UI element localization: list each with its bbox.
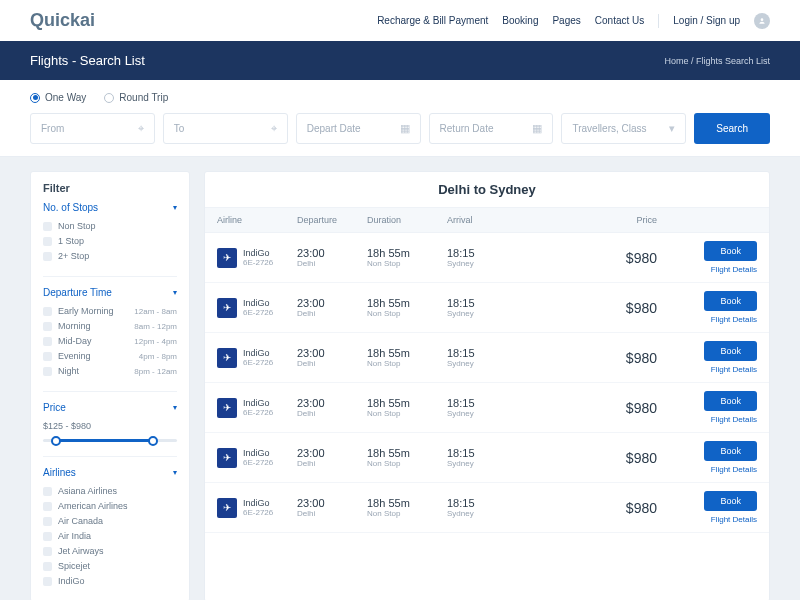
airline-logo-icon: ✈ [217,248,237,268]
price: $980 [517,500,677,516]
arrival-time: 18:15 [447,297,517,309]
from-input[interactable]: From⌖ [30,113,155,144]
book-button[interactable]: Book [704,491,757,511]
filter-dep-opt[interactable]: Morning8am - 12pm [43,321,177,331]
book-button[interactable]: Book [704,291,757,311]
chevron-down-icon: ▾ [173,468,177,477]
airline-logo-icon: ✈ [217,298,237,318]
departure-city: Delhi [297,359,367,368]
nav-pages[interactable]: Pages [552,15,580,26]
login-link[interactable]: Login / Sign up [673,15,740,26]
flight-details-link[interactable]: Flight Details [711,515,757,524]
price: $980 [517,450,677,466]
price: $980 [517,400,677,416]
flight-code: 6E-2726 [243,508,273,517]
search-button[interactable]: Search [694,113,770,144]
filter-dep-opt[interactable]: Night8pm - 12am [43,366,177,376]
filter-dep-opt[interactable]: Mid-Day12pm - 4pm [43,336,177,346]
duration: 18h 55m [367,347,447,359]
duration: 18h 55m [367,447,447,459]
page-title: Flights - Search List [30,53,145,68]
book-button[interactable]: Book [704,341,757,361]
flight-row: ✈IndiGo6E-272623:00Delhi18h 55mNon Stop1… [205,283,769,333]
departure-city: Delhi [297,509,367,518]
nav-contact[interactable]: Contact Us [595,15,644,26]
filter-dep-opt[interactable]: Early Morning12am - 8am [43,306,177,316]
stops: Non Stop [367,359,447,368]
return-date-input[interactable]: Return Date▦ [429,113,554,144]
flight-details-link[interactable]: Flight Details [711,315,757,324]
airline-logo-icon: ✈ [217,498,237,518]
calendar-icon: ▦ [400,122,410,135]
filter-stops-opt[interactable]: Non Stop [43,221,177,231]
departure-time: 23:00 [297,347,367,359]
filter-air-opt[interactable]: Air India [43,531,177,541]
filter-dep-opt[interactable]: Evening4pm - 8pm [43,351,177,361]
col-departure: Departure [297,215,367,225]
depart-date-input[interactable]: Depart Date▦ [296,113,421,144]
filter-dep-toggle[interactable]: Departure Time▾ [43,287,177,298]
arrival-city: Sydney [447,509,517,518]
arrival-city: Sydney [447,459,517,468]
radio-roundtrip[interactable]: Round Trip [104,92,168,103]
departure-city: Delhi [297,409,367,418]
book-button[interactable]: Book [704,241,757,261]
price: $980 [517,350,677,366]
avatar-icon[interactable] [754,13,770,29]
duration: 18h 55m [367,247,447,259]
filter-stops-opt[interactable]: 2+ Stop [43,251,177,261]
filter-air-opt[interactable]: Jet Airways [43,546,177,556]
stops: Non Stop [367,459,447,468]
flight-details-link[interactable]: Flight Details [711,365,757,374]
flight-row: ✈IndiGo6E-272623:00Delhi18h 55mNon Stop1… [205,383,769,433]
arrival-city: Sydney [447,309,517,318]
filter-airlines-toggle[interactable]: Airlines▾ [43,467,177,478]
arrival-city: Sydney [447,259,517,268]
departure-city: Delhi [297,309,367,318]
book-button[interactable]: Book [704,391,757,411]
pin-icon: ⌖ [271,122,277,135]
travellers-input[interactable]: Travellers, Class▾ [561,113,686,144]
arrival-time: 18:15 [447,347,517,359]
airline-name: IndiGo [243,298,273,308]
chevron-down-icon: ▾ [669,122,675,135]
flight-details-link[interactable]: Flight Details [711,465,757,474]
col-price: Price [517,215,677,225]
svg-point-0 [761,18,764,21]
flight-code: 6E-2726 [243,308,273,317]
filter-air-opt[interactable]: IndiGo [43,576,177,586]
filter-air-opt[interactable]: Asiana Airlines [43,486,177,496]
filter-stops-toggle[interactable]: No. of Stops▾ [43,202,177,213]
to-input[interactable]: To⌖ [163,113,288,144]
airline-name: IndiGo [243,398,273,408]
duration: 18h 55m [367,397,447,409]
price-slider[interactable] [43,439,177,442]
breadcrumb-current: Flights Search List [696,56,770,66]
stops: Non Stop [367,509,447,518]
col-arrival: Arrival [447,215,517,225]
airline-name: IndiGo [243,448,273,458]
breadcrumb-home[interactable]: Home [664,56,688,66]
filter-air-opt[interactable]: American Airlines [43,501,177,511]
filter-stops-opt[interactable]: 1 Stop [43,236,177,246]
airline-logo-icon: ✈ [217,448,237,468]
filter-price-toggle[interactable]: Price▾ [43,402,177,413]
price-range-label: $125 - $980 [43,421,177,431]
radio-oneway[interactable]: One Way [30,92,86,103]
flight-row: ✈IndiGo6E-272623:00Delhi18h 55mNon Stop1… [205,433,769,483]
logo[interactable]: Quickai [30,10,95,31]
flight-details-link[interactable]: Flight Details [711,415,757,424]
flight-code: 6E-2726 [243,408,273,417]
stops: Non Stop [367,259,447,268]
flight-details-link[interactable]: Flight Details [711,265,757,274]
airline-logo-icon: ✈ [217,398,237,418]
arrival-time: 18:15 [447,447,517,459]
filter-air-opt[interactable]: Spicejet [43,561,177,571]
nav-recharge[interactable]: Recharge & Bill Payment [377,15,488,26]
book-button[interactable]: Book [704,441,757,461]
arrival-city: Sydney [447,409,517,418]
chevron-down-icon: ▾ [173,403,177,412]
nav-booking[interactable]: Booking [502,15,538,26]
stops: Non Stop [367,409,447,418]
filter-air-opt[interactable]: Air Canada [43,516,177,526]
